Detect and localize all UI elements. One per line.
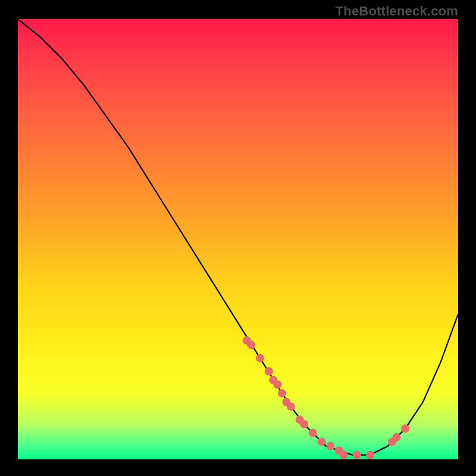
data-point bbox=[256, 354, 264, 362]
data-point bbox=[247, 341, 255, 349]
data-point bbox=[265, 367, 273, 375]
data-point bbox=[309, 429, 317, 437]
chart-svg bbox=[18, 19, 458, 459]
data-point bbox=[300, 420, 308, 428]
watermark-label: TheBottleneck.com bbox=[336, 4, 458, 19]
data-point bbox=[392, 433, 400, 441]
plot-area bbox=[18, 19, 458, 459]
data-point bbox=[318, 437, 326, 446]
data-point bbox=[274, 380, 282, 389]
data-point bbox=[278, 389, 286, 397]
bottleneck-curve bbox=[18, 19, 458, 455]
marker-group bbox=[243, 336, 409, 459]
data-point bbox=[366, 451, 374, 459]
chart-stage: TheBottleneck.com bbox=[0, 0, 476, 476]
data-point bbox=[340, 451, 348, 459]
data-point bbox=[353, 451, 361, 459]
data-point bbox=[401, 424, 409, 433]
data-point bbox=[326, 442, 334, 450]
data-point bbox=[287, 402, 295, 411]
